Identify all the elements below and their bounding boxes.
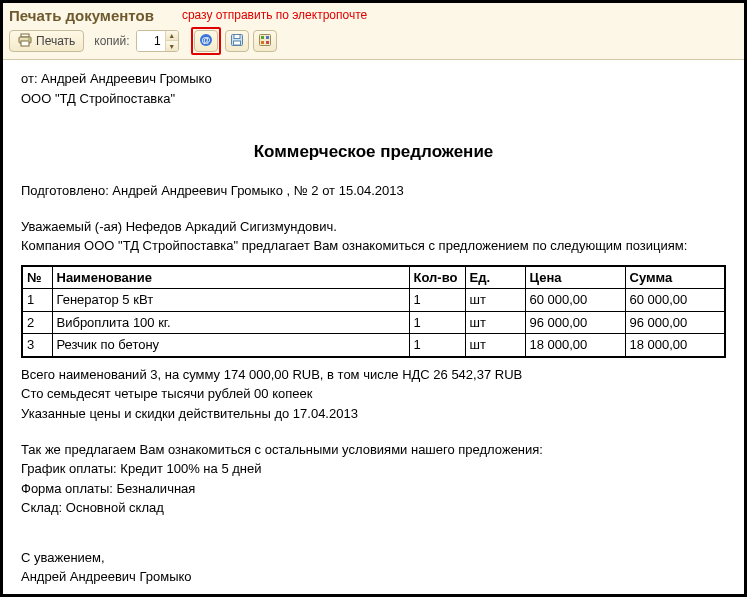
cell-unit: шт <box>465 311 525 334</box>
table-header-row: № Наименование Кол-во Ед. Цена Сумма <box>22 266 725 289</box>
cell-sum: 96 000,00 <box>625 311 725 334</box>
svg-rect-13 <box>266 41 269 44</box>
toolbar: Печать документов сразу отправить по эле… <box>3 3 744 60</box>
prepared-line: Подготовлено: Андрей Андреевич Громыко ,… <box>21 182 726 200</box>
cell-sum: 60 000,00 <box>625 289 725 312</box>
window-title: Печать документов <box>9 7 154 24</box>
annotation-text: сразу отправить по электропочте <box>182 8 367 22</box>
cell-sum: 18 000,00 <box>625 334 725 357</box>
th-price: Цена <box>525 266 625 289</box>
svg-text:@: @ <box>201 35 210 45</box>
button-row: Печать копий: ▲ ▼ @ <box>3 25 744 59</box>
cond-2: Форма оплаты: Безналичная <box>21 480 726 498</box>
copies-spinner: ▲ ▼ <box>165 31 178 51</box>
spin-down-icon[interactable]: ▼ <box>166 41 178 51</box>
print-dialog: Печать документов сразу отправить по эле… <box>0 0 747 597</box>
cell-num: 3 <box>22 334 52 357</box>
copies-label: копий: <box>94 34 129 48</box>
print-button[interactable]: Печать <box>9 30 84 52</box>
cell-qty: 1 <box>409 311 465 334</box>
printer-icon <box>18 33 32 50</box>
cell-qty: 1 <box>409 334 465 357</box>
greeting-block: Уважаемый (-ая) Нефедов Аркадий Сигизмун… <box>21 218 726 255</box>
company-line: ООО "ТД Стройпоставка" <box>21 90 726 108</box>
floppy-icon <box>230 33 244 50</box>
cell-num: 2 <box>22 311 52 334</box>
cell-price: 18 000,00 <box>525 334 625 357</box>
settings-icon <box>258 33 272 50</box>
greeting-line: Уважаемый (-ая) Нефедов Аркадий Сигизмун… <box>21 218 726 236</box>
title-row: Печать документов сразу отправить по эле… <box>3 3 744 25</box>
intro-line: Компания ООО "ТД Стройпоставка" предлага… <box>21 237 726 255</box>
svg-point-3 <box>28 38 30 40</box>
sign-2: Андрей Андреевич Громыко <box>21 568 726 586</box>
copies-stepper[interactable]: ▲ ▼ <box>136 30 179 52</box>
save-button[interactable] <box>225 30 249 52</box>
table-row: 3 Резчик по бетону 1 шт 18 000,00 18 000… <box>22 334 725 357</box>
cell-name: Резчик по бетону <box>52 334 409 357</box>
cell-name: Генератор 5 кВт <box>52 289 409 312</box>
cond-intro: Так же предлагаем Вам ознакомиться с ост… <box>21 441 726 459</box>
svg-rect-10 <box>261 36 264 39</box>
cell-unit: шт <box>465 334 525 357</box>
totals-block: Всего наименований 3, на сумму 174 000,0… <box>21 366 726 423</box>
cell-num: 1 <box>22 289 52 312</box>
table-row: 2 Виброплита 100 кг. 1 шт 96 000,00 96 0… <box>22 311 725 334</box>
svg-rect-12 <box>266 36 269 39</box>
th-name: Наименование <box>52 266 409 289</box>
cell-unit: шт <box>465 289 525 312</box>
email-icon: @ <box>199 33 213 50</box>
send-email-button[interactable]: @ <box>194 30 218 52</box>
th-sum: Сумма <box>625 266 725 289</box>
totals-line-2: Сто семьдесят четыре тысячи рублей 00 ко… <box>21 385 726 403</box>
email-highlight: @ <box>191 27 221 55</box>
totals-line-3: Указанные цены и скидки действительны до… <box>21 405 726 423</box>
conditions-block: Так же предлагаем Вам ознакомиться с ост… <box>21 441 726 517</box>
cond-3: Склад: Основной склад <box>21 499 726 517</box>
sign-1: С уважением, <box>21 549 726 567</box>
th-unit: Ед. <box>465 266 525 289</box>
spin-up-icon[interactable]: ▲ <box>166 31 178 41</box>
th-qty: Кол-во <box>409 266 465 289</box>
svg-rect-8 <box>233 41 240 45</box>
copies-input[interactable] <box>137 31 165 51</box>
cell-price: 60 000,00 <box>525 289 625 312</box>
cell-price: 96 000,00 <box>525 311 625 334</box>
cond-1: График оплаты: Кредит 100% на 5 дней <box>21 460 726 478</box>
table-row: 1 Генератор 5 кВт 1 шт 60 000,00 60 000,… <box>22 289 725 312</box>
settings-button[interactable] <box>253 30 277 52</box>
cell-qty: 1 <box>409 289 465 312</box>
svg-rect-11 <box>261 41 264 44</box>
document-body: от: Андрей Андреевич Громыко ООО "ТД Стр… <box>3 60 744 597</box>
signature-block: С уважением, Андрей Андреевич Громыко <box>21 549 726 586</box>
items-table: № Наименование Кол-во Ед. Цена Сумма 1 Г… <box>21 265 726 358</box>
svg-rect-2 <box>21 41 29 46</box>
doc-title: Коммерческое предложение <box>21 141 726 164</box>
cell-name: Виброплита 100 кг. <box>52 311 409 334</box>
print-button-label: Печать <box>36 34 75 48</box>
svg-rect-7 <box>234 34 240 38</box>
from-line: от: Андрей Андреевич Громыко <box>21 70 726 88</box>
th-num: № <box>22 266 52 289</box>
totals-line-1: Всего наименований 3, на сумму 174 000,0… <box>21 366 726 384</box>
